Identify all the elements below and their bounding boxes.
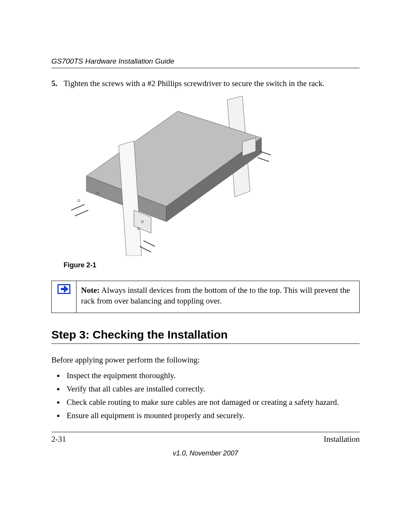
list-item: Verify that all cables are installed cor… — [64, 384, 360, 394]
page: GS700TS Hardware Installation Guide 5. T… — [0, 0, 411, 532]
note-icon-cell — [52, 281, 76, 313]
checklist: Inspect the equipment thoroughly. Verify… — [51, 371, 360, 420]
step-5: 5. Tighten the screws with a #2 Phillips… — [51, 79, 360, 88]
list-item: Ensure all equipment is mounted properly… — [64, 411, 360, 420]
note-body: Always install devices from the bottom o… — [81, 286, 350, 305]
svg-line-15 — [71, 204, 84, 210]
figure-2-1 — [64, 96, 360, 256]
list-item: Inspect the equipment thoroughly. — [64, 371, 360, 380]
figure-caption: Figure 2-1 — [64, 261, 360, 269]
chapter-name: Installation — [324, 435, 360, 444]
step-text: Tighten the screws with a #2 Phillips sc… — [64, 79, 325, 88]
list-item: Check cable routing to make sure cables … — [64, 398, 360, 407]
running-header: GS700TS Hardware Installation Guide — [51, 57, 360, 68]
page-number: 2-31 — [51, 435, 66, 444]
intro-text: Before applying power perform the follow… — [51, 355, 360, 365]
version-line: v1.0, November 2007 — [51, 449, 360, 457]
note-label: Note: — [81, 286, 100, 295]
svg-line-7 — [143, 241, 155, 246]
note-box: Note: Always install devices from the bo… — [51, 281, 360, 313]
footer: 2-31 Installation — [51, 432, 360, 444]
svg-line-12 — [258, 158, 269, 161]
section-heading: Step 3: Checking the Installation — [51, 328, 360, 344]
rack-mount-illustration — [64, 96, 277, 256]
note-text: Note: Always install devices from the bo… — [76, 281, 360, 313]
svg-point-14 — [78, 200, 80, 202]
step-number: 5. — [51, 79, 64, 88]
arrow-icon — [57, 284, 70, 294]
svg-line-16 — [75, 210, 88, 216]
